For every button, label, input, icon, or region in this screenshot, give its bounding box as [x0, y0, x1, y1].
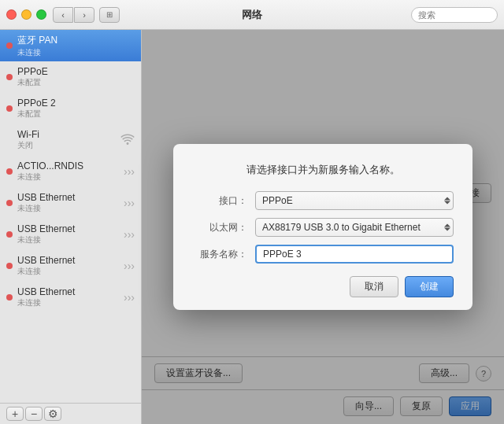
dots-icon: ›››: [124, 260, 135, 272]
interface-select-wrapper: PPPoE: [255, 191, 454, 210]
sidebar-item-label: USB Ethernet: [17, 223, 120, 234]
right-panel: 连接 设置蓝牙设备... 高级... ? 向导... 复原 应用 请选择接口并为…: [142, 30, 504, 424]
modal-buttons: 取消 创建: [192, 276, 454, 297]
dots-icon: ›››: [124, 197, 135, 209]
cancel-button[interactable]: 取消: [350, 276, 398, 297]
wifi-icon: [120, 134, 135, 147]
ethernet-label: 以太网：: [192, 221, 247, 234]
sidebar-item-status: 未连接: [17, 234, 120, 245]
service-name-row: 服务名称：: [192, 245, 454, 264]
sidebar-item-label: PPPoE 2: [17, 98, 135, 109]
add-service-button[interactable]: +: [6, 407, 24, 421]
sidebar-item-pppoe[interactable]: PPPoE 未配置: [0, 61, 141, 93]
status-dot: [6, 42, 13, 49]
status-dot: [6, 200, 13, 206]
sidebar-item-usb-eth3[interactable]: USB Ethernet 未连接 ›››: [0, 250, 141, 282]
status-dot: [6, 263, 13, 269]
dots-icon: ›››: [124, 165, 135, 178]
ethernet-select[interactable]: AX88179 USB 3.0 to Gigabit Ethernet: [255, 218, 454, 237]
sidebar-item-label: 蓝牙 PAN: [17, 34, 135, 47]
interface-row: 接口： PPPoE: [192, 191, 454, 210]
sidebar-item-status: 未连接: [17, 297, 120, 308]
sidebar-item-usb-eth1[interactable]: USB Ethernet 未连接 ›››: [0, 187, 141, 219]
dots-icon: ›››: [124, 291, 135, 304]
titlebar: ‹ › ⊞ 网络: [0, 0, 504, 30]
sidebar-item-wifi[interactable]: Wi-Fi 关闭: [0, 124, 141, 156]
sidebar-item-status: 未连接: [17, 171, 120, 183]
sidebar-item-status: 未连接: [17, 266, 120, 277]
close-button[interactable]: [6, 9, 17, 20]
zoom-button[interactable]: [36, 9, 46, 20]
back-button[interactable]: ‹: [53, 7, 73, 23]
sidebar-item-label: USB Ethernet: [17, 286, 120, 297]
service-name-label: 服务名称：: [192, 248, 247, 261]
sidebar-item-label: PPPoE: [17, 66, 135, 77]
status-dot: [6, 231, 13, 238]
dots-icon: ›››: [124, 228, 135, 241]
sidebar-item-bluetooth-pan[interactable]: 蓝牙 PAN 未连接: [0, 30, 141, 61]
main-content: 蓝牙 PAN 未连接 PPPoE 未配置 PPPoE 2 未配置 Wi-Fi: [0, 30, 504, 424]
modal-overlay: 请选择接口并为新服务输入名称。 接口： PPPoE 以太网：: [142, 30, 504, 424]
sidebar-item-usb-eth2[interactable]: USB Ethernet 未连接 ›››: [0, 219, 141, 250]
modal-dialog: 请选择接口并为新服务输入名称。 接口： PPPoE 以太网：: [173, 144, 472, 310]
status-dot-hidden: [6, 137, 13, 143]
window-title: 网络: [242, 8, 262, 22]
gear-button[interactable]: ⚙: [44, 407, 61, 421]
forward-button[interactable]: ›: [74, 7, 94, 23]
interface-label: 接口：: [192, 194, 247, 208]
sidebar-item-label: USB Ethernet: [17, 192, 120, 203]
ethernet-row: 以太网： AX88179 USB 3.0 to Gigabit Ethernet: [192, 218, 454, 237]
traffic-lights: [6, 9, 46, 20]
sidebar-item-label: ACTIO...RNDIS: [17, 160, 120, 171]
interface-select[interactable]: PPPoE: [255, 191, 454, 210]
sidebar-item-status: 未配置: [17, 77, 135, 88]
sidebar-item-label: Wi-Fi: [17, 129, 117, 140]
search-input[interactable]: [418, 10, 491, 20]
sidebar-toolbar: + − ⚙: [0, 403, 141, 424]
minimize-button[interactable]: [21, 9, 32, 20]
sidebar-item-status: 关闭: [17, 140, 117, 151]
sidebar-item-usb-eth4[interactable]: USB Ethernet 未连接 ›››: [0, 282, 141, 313]
remove-service-button[interactable]: −: [25, 407, 43, 421]
modal-title: 请选择接口并为新服务输入名称。: [192, 163, 454, 177]
sidebar-item-actio-rndis[interactable]: ACTIO...RNDIS 未连接 ›››: [0, 156, 141, 187]
status-dot: [6, 168, 13, 175]
service-name-input[interactable]: [255, 245, 454, 264]
ethernet-select-wrapper: AX88179 USB 3.0 to Gigabit Ethernet: [255, 218, 454, 237]
sidebar-item-status: 未配置: [17, 109, 135, 120]
sidebar-item-label: USB Ethernet: [17, 255, 120, 266]
nav-buttons: ‹ ›: [53, 7, 94, 23]
create-button[interactable]: 创建: [405, 276, 454, 297]
status-dot: [6, 74, 13, 80]
sidebar-item-pppoe2[interactable]: PPPoE 2 未配置: [0, 93, 141, 124]
grid-button[interactable]: ⊞: [99, 7, 120, 23]
search-box[interactable]: [411, 7, 498, 23]
sidebar-item-status: 未连接: [17, 203, 120, 214]
status-dot: [6, 294, 13, 300]
status-dot: [6, 105, 13, 112]
sidebar: 蓝牙 PAN 未连接 PPPoE 未配置 PPPoE 2 未配置 Wi-Fi: [0, 30, 142, 424]
sidebar-item-status: 未连接: [17, 47, 135, 58]
